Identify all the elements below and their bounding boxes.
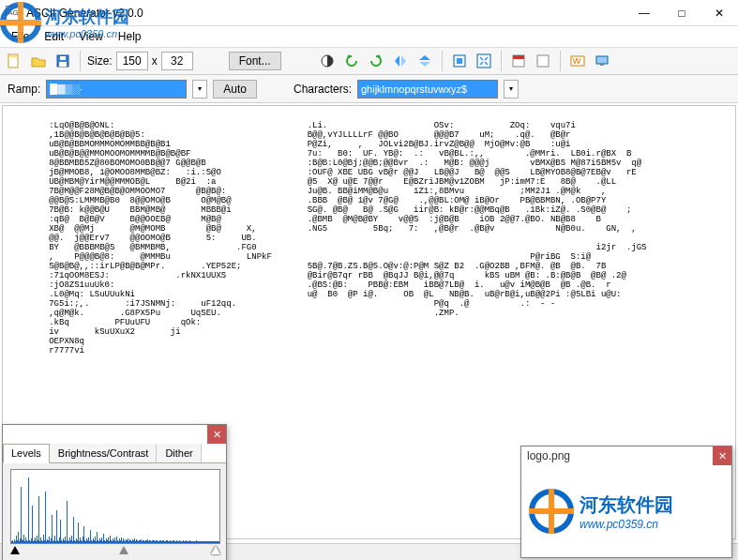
minimize-button[interactable]: — xyxy=(625,0,663,26)
menu-help[interactable]: Help xyxy=(111,28,149,45)
close-button[interactable]: ✕ xyxy=(700,0,738,26)
svg-rect-14 xyxy=(600,64,604,66)
preview-panel[interactable]: logo.png ✕ 河东软件园 www.pc0359.cn xyxy=(520,446,732,558)
ramp-dropdown[interactable]: ▾ xyxy=(192,80,207,98)
fg-color-button[interactable] xyxy=(508,51,529,71)
ramp-label: Ramp: xyxy=(8,83,40,96)
separator xyxy=(80,51,81,71)
size-label: Size: xyxy=(87,54,113,68)
size-x: x xyxy=(152,54,158,68)
histogram xyxy=(10,469,220,544)
font-button[interactable]: Font... xyxy=(229,52,281,70)
characters-label: Characters: xyxy=(294,83,352,96)
levels-panel-titlebar[interactable]: ✕ xyxy=(3,425,226,444)
tab-brightness-contrast[interactable]: Brightness/Contrast xyxy=(50,444,158,462)
black-point-slider[interactable] xyxy=(10,546,20,554)
menu-view[interactable]: View xyxy=(71,28,111,45)
separator xyxy=(442,51,443,71)
levels-sliders[interactable] xyxy=(10,546,218,559)
maximize-button[interactable]: □ xyxy=(663,0,700,26)
preview-logo-icon xyxy=(529,489,574,534)
size-height-input[interactable] xyxy=(161,52,193,70)
separator xyxy=(501,51,502,71)
preview-logo-url: www.pc0359.cn xyxy=(580,518,673,531)
save-button[interactable] xyxy=(53,51,73,71)
preview-panel-title: logo.png xyxy=(527,449,570,462)
fit-window-button[interactable] xyxy=(474,51,494,71)
levels-panel-close[interactable]: ✕ xyxy=(207,425,226,444)
svg-rect-1 xyxy=(9,55,17,57)
menu-edit[interactable]: Edit xyxy=(37,28,71,45)
ramp-input[interactable] xyxy=(46,80,187,98)
white-point-slider[interactable] xyxy=(211,546,220,554)
separator xyxy=(560,51,561,71)
palette-button[interactable] xyxy=(567,51,588,71)
svg-rect-3 xyxy=(59,62,67,67)
rotate-ccw-button[interactable] xyxy=(341,51,362,71)
tab-levels[interactable]: Levels xyxy=(3,444,50,463)
svg-rect-7 xyxy=(457,58,462,64)
svg-rect-11 xyxy=(537,55,549,67)
window-title: ASCII Generator v2.0.0 xyxy=(26,7,625,20)
levels-panel[interactable]: ✕ Levels Brightness/Contrast Dither xyxy=(2,424,227,560)
open-button[interactable] xyxy=(28,51,49,71)
preview-button[interactable] xyxy=(592,51,612,71)
preview-panel-close[interactable]: ✕ xyxy=(713,446,731,465)
svg-rect-8 xyxy=(477,54,490,68)
levels-tabs: Levels Brightness/Contrast Dither xyxy=(3,444,226,463)
actual-size-button[interactable] xyxy=(449,51,470,71)
toolbar: Size: x Font... xyxy=(0,47,738,75)
ascii-text: :LqO@B@B@ONL: .Li. OSv: ZOq: vqu7i ,1B@@… xyxy=(3,106,735,361)
titlebar: AG ASCII Generator v2.0.0 — □ ✕ xyxy=(0,0,738,26)
svg-rect-4 xyxy=(60,56,66,60)
menu-file[interactable]: File xyxy=(4,28,37,45)
preview-panel-titlebar[interactable]: logo.png ✕ xyxy=(521,446,731,465)
size-width-input[interactable] xyxy=(116,52,148,70)
contrast-button[interactable] xyxy=(317,51,338,71)
flip-horizontal-button[interactable] xyxy=(390,51,411,71)
new-button[interactable] xyxy=(4,51,24,71)
auto-button[interactable]: Auto xyxy=(213,80,257,98)
rotate-cw-button[interactable] xyxy=(366,51,386,71)
tab-dither[interactable]: Dither xyxy=(157,444,201,462)
characters-input[interactable] xyxy=(357,80,498,98)
preview-image: 河东软件园 www.pc0359.cn xyxy=(521,465,731,557)
mid-point-slider[interactable] xyxy=(119,546,128,554)
menubar: File Edit View Help xyxy=(0,26,738,47)
svg-rect-10 xyxy=(513,55,524,59)
characters-dropdown[interactable]: ▾ xyxy=(504,80,519,98)
svg-rect-13 xyxy=(596,56,608,64)
rampbar: Ramp: ▾ Auto Characters: ▾ xyxy=(0,75,738,103)
flip-vertical-button[interactable] xyxy=(414,51,435,71)
preview-logo-cn: 河东软件园 xyxy=(580,492,673,518)
app-icon: AG xyxy=(6,6,21,21)
bg-color-button[interactable] xyxy=(533,51,553,71)
